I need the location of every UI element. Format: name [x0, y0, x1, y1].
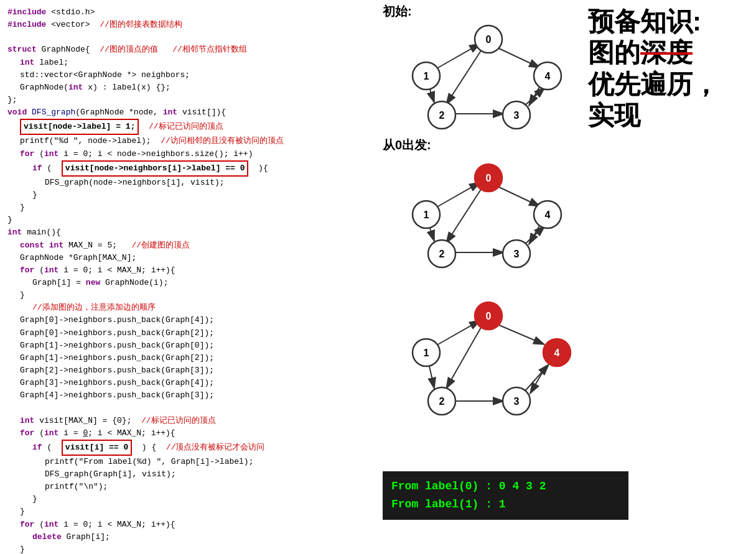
code-line: GraphNode *Graph[MAX_N];	[20, 252, 372, 264]
code-line: }	[20, 289, 372, 302]
code-line: }	[7, 214, 372, 226]
graph2-svg: 0 4 1 2 3	[380, 154, 579, 275]
code-line: //添加图的边，注意添加边的顺序	[32, 302, 372, 314]
svg-text:2: 2	[439, 110, 445, 121]
graph3-svg: 0 4 1 2 3	[380, 292, 579, 429]
code-line: printf("%d ", node->label); //访问相邻的且没有被访…	[20, 135, 372, 147]
right-panel: 预备知识: 图的深度 优先遍历， 实现 初始:	[380, 0, 756, 554]
code-line: GraphNode(int x) : label(x) {};	[20, 81, 372, 94]
code-panel: #include <stdio.h> #include <vector> //图…	[0, 0, 380, 554]
svg-line-25	[529, 224, 540, 244]
terminal-line2: From label(1) : 1	[391, 496, 620, 514]
code-line: #include <stdio.h>	[7, 6, 372, 19]
svg-text:0: 0	[486, 173, 492, 183]
svg-text:4: 4	[545, 210, 551, 220]
code-line: for (int i = 0; i < node->neighbors.size…	[20, 148, 372, 160]
code-line: for (int i = 0; i < MAX_N; i++){	[20, 519, 372, 531]
title-line2: 图的深度	[588, 37, 750, 68]
terminal-output: From label(0) : 0 4 3 2 From label(1) : …	[383, 471, 628, 520]
code-line: delete Graph[i];	[32, 531, 372, 543]
svg-text:4: 4	[545, 71, 551, 81]
code-line: if ( visit[i] == 0 ) { //顶点没有被标记才会访问	[32, 440, 372, 456]
svg-line-2	[446, 50, 482, 104]
svg-line-39	[437, 320, 480, 345]
code-line: }	[32, 493, 372, 506]
graphs-area: 初始:	[380, 0, 591, 554]
svg-text:0: 0	[486, 34, 492, 45]
svg-text:1: 1	[424, 210, 429, 220]
code-line: Graph[3]->neighbors.push_back(Graph[4]);	[20, 377, 372, 389]
code-line: }	[20, 506, 372, 518]
svg-line-21	[437, 182, 480, 207]
svg-line-43	[530, 366, 546, 394]
terminal-line1: From label(0) : 0 4 3 2	[391, 478, 620, 496]
code-line: DFS_graph(Graph[i], visit);	[45, 468, 372, 481]
code-line: #include <vector> //图的邻接表数据结构	[7, 19, 372, 31]
svg-text:1: 1	[424, 71, 429, 81]
svg-text:0: 0	[486, 311, 492, 321]
code-line: struct GraphNode{ //图的顶点的值 //相邻节点指针数组	[7, 44, 372, 56]
code-line: int visit[MAX_N] = {0}; //标记已访问的顶点	[20, 415, 372, 427]
title-area: 预备知识: 图的深度 优先遍历， 实现	[588, 6, 750, 132]
code-line: printf("From label(%d) ", Graph[i]->labe…	[45, 456, 372, 468]
svg-line-38	[446, 326, 482, 389]
svg-text:2: 2	[439, 396, 445, 407]
code-line: DFS_graph(node->neighbors[i], visit);	[45, 177, 372, 189]
code-line: Graph[4]->neighbors.push_back(Graph[3]);	[20, 389, 372, 402]
code-line: int label;	[20, 57, 372, 69]
svg-text:3: 3	[514, 110, 520, 121]
code-line	[7, 31, 372, 44]
code-line: void DFS_graph(GraphNode *node, int visi…	[7, 106, 372, 119]
title-line3: 优先遍历，	[588, 69, 750, 100]
svg-line-20	[446, 188, 482, 243]
code-line	[7, 402, 372, 414]
title-line1: 预备知识:	[588, 6, 750, 37]
code-line: Graph[0]->neighbors.push_back(Graph[2]);	[20, 327, 372, 339]
code-line: if ( visit[node->neighbors[i]->label] ==…	[32, 160, 372, 177]
svg-line-19	[498, 187, 540, 206]
svg-text:4: 4	[554, 348, 560, 358]
svg-line-1	[498, 48, 540, 68]
code-line: for (int i = 0; i < MAX_N; i++){	[20, 427, 372, 440]
code-line: }	[20, 543, 372, 554]
code-line: Graph[1]->neighbors.push_back(Graph[2]);	[20, 352, 372, 364]
svg-line-37	[498, 325, 544, 344]
code-line: std::vector<GraphNode *> neighbors;	[20, 69, 372, 81]
code-line: }	[20, 201, 372, 214]
code-line: const int MAX_N = 5; //创建图的顶点	[20, 239, 372, 252]
code-line: for (int i = 0; i < MAX_N; i++){	[20, 264, 372, 277]
svg-text:3: 3	[514, 249, 520, 259]
graph1-svg: 0 4 1 2 3	[380, 16, 579, 137]
svg-text:2: 2	[439, 249, 445, 259]
code-line: }	[32, 189, 372, 201]
code-line: Graph[2]->neighbors.push_back(Graph[3]);	[20, 364, 372, 377]
code-line: visit[node->label] = 1; //标记已访问的顶点	[20, 119, 372, 135]
code-line: Graph[0]->neighbors.push_back(Graph[4]);	[20, 314, 372, 326]
svg-text:3: 3	[514, 396, 520, 407]
code-line: printf("\n");	[45, 481, 372, 493]
code-line: Graph[1]->neighbors.push_back(Graph[0]);	[20, 339, 372, 352]
graph2-label: 从0出发:	[383, 137, 431, 154]
code-line: int main(){	[7, 226, 372, 239]
svg-line-7	[529, 86, 540, 106]
code-line: Graph[i] = new GraphNode(i);	[32, 277, 372, 289]
svg-line-3	[437, 44, 480, 68]
svg-text:1: 1	[424, 348, 429, 358]
title-line4: 实现	[588, 100, 750, 131]
code-line: };	[7, 94, 372, 106]
